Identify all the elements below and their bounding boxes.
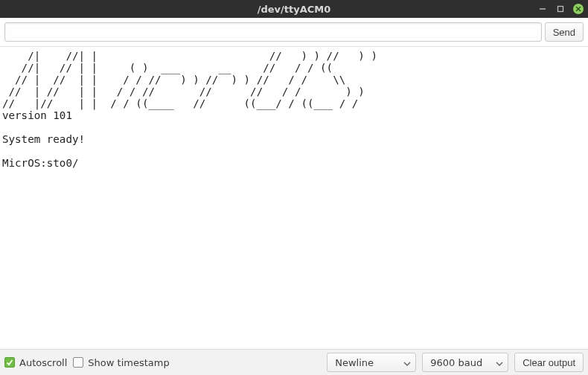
clear-output-button[interactable]: Clear output (514, 353, 584, 372)
line-ending-select[interactable]: Newline (327, 353, 416, 372)
close-button[interactable] (573, 4, 584, 14)
baud-value: 9600 baud (430, 357, 482, 368)
bottom-bar: Autoscroll Show timestamp Newline 9600 b… (0, 349, 588, 375)
checkbox-box (73, 357, 83, 368)
command-input[interactable] (4, 22, 542, 42)
line-ending-value: Newline (335, 357, 374, 368)
maximize-button[interactable] (555, 4, 566, 14)
check-icon (6, 359, 13, 366)
title-bar-controls (537, 0, 584, 18)
minimize-icon (539, 5, 546, 13)
chevron-down-icon (403, 357, 411, 368)
console-text: /| //| | // ) ) // ) ) //| // | | ( ) __… (0, 47, 588, 172)
svg-rect-1 (558, 7, 563, 12)
maximize-icon (557, 5, 564, 13)
window-title: /dev/ttyACM0 (258, 4, 331, 15)
send-button[interactable]: Send (545, 22, 584, 42)
chevron-down-icon (496, 357, 503, 368)
show-timestamp-checkbox[interactable]: Show timestamp (73, 357, 169, 368)
send-row: Send (0, 18, 588, 47)
autoscroll-label: Autoscroll (19, 357, 67, 368)
console-output-area[interactable]: /| //| | // ) ) // ) ) //| // | | ( ) __… (0, 47, 588, 349)
title-bar: /dev/ttyACM0 (0, 0, 588, 18)
autoscroll-checkbox[interactable]: Autoscroll (4, 357, 67, 368)
minimize-button[interactable] (537, 4, 548, 14)
close-icon (575, 6, 581, 12)
baud-select[interactable]: 9600 baud (422, 353, 508, 372)
show-timestamp-label: Show timestamp (88, 357, 169, 368)
checkbox-box (4, 357, 15, 368)
